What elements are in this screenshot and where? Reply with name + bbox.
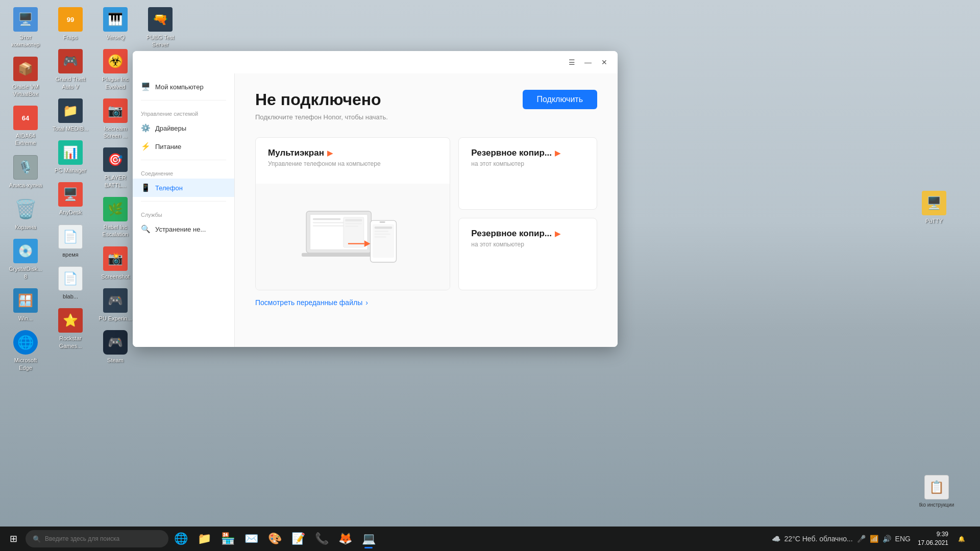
start-button[interactable]: ⊞ bbox=[2, 528, 24, 550]
taskbar-app-store[interactable]: 🏪 bbox=[216, 528, 239, 550]
desktop-icon-steam[interactable]: 🎮 Steam bbox=[95, 328, 136, 366]
backup1-title: Резервное копир... ▶ bbox=[471, 148, 584, 158]
screenshot-icon: 📸 bbox=[103, 246, 128, 271]
gta-icon: 🎮 bbox=[58, 49, 83, 73]
plague-icon: ☣️ bbox=[103, 49, 128, 73]
desktop-icon-tko[interactable]: 📋 tko инструкции bbox=[914, 473, 960, 510]
backup1-card[interactable]: Резервное копир... ▶ на этот компьютер bbox=[458, 137, 597, 210]
sidebar: 🖥️ Мой компьютер Управление системой ⚙️ … bbox=[133, 73, 235, 347]
desktop-icon-pc-manager[interactable]: 📊 PC Manager bbox=[50, 138, 91, 176]
taskbar-yandex-icon: 🦊 bbox=[338, 532, 352, 545]
sidebar-item-power[interactable]: ⚡ Питание bbox=[133, 137, 234, 156]
desktop-icon-blank[interactable]: 📄 blab... bbox=[50, 264, 91, 302]
desktop-icon-anydesk[interactable]: 🖥️ AnyDesk bbox=[50, 180, 91, 218]
mic-icon[interactable]: 🎤 bbox=[857, 535, 866, 543]
drivers-label: Драйверы bbox=[155, 124, 186, 132]
desktop-icon-aida64[interactable]: 64 AIDA64 Extreme bbox=[5, 104, 46, 149]
desktop-icon-total[interactable]: 📁 Total MEDIB... bbox=[50, 96, 91, 134]
desktop-icon-crystaldisk[interactable]: 💿 CrystalDisk... 8 bbox=[5, 237, 46, 282]
desktop-icon-recycle[interactable]: 🗑️ Корзина bbox=[5, 195, 46, 233]
svg-rect-13 bbox=[375, 227, 393, 229]
svg-rect-6 bbox=[346, 219, 362, 221]
weather-icon[interactable]: ☁️ bbox=[772, 535, 780, 543]
sidebar-item-drivers[interactable]: ⚙️ Драйверы bbox=[133, 119, 234, 137]
screenshot-label: Screenshot bbox=[101, 273, 130, 280]
anydesk-icon: 🖥️ bbox=[58, 182, 83, 207]
notification-button[interactable]: 🔔 bbox=[951, 528, 972, 550]
crystaldisk-label: CrystalDisk... 8 bbox=[7, 265, 44, 280]
taskbar-app-word[interactable]: 📝 bbox=[287, 528, 309, 550]
multiscreen-card[interactable]: Мультиэкран ▶ Управление телефоном на ко… bbox=[255, 137, 450, 290]
connect-button[interactable]: Подключить bbox=[523, 90, 597, 109]
tko-label: tko инструкции bbox=[919, 502, 954, 508]
fraps-label: Fraps bbox=[63, 34, 78, 41]
svg-rect-2 bbox=[313, 218, 341, 220]
desktop-icon-putty[interactable]: 🖥️ PuTTY bbox=[914, 189, 954, 227]
desktop-icon-fraps[interactable]: 99 Fraps bbox=[50, 5, 91, 43]
desktop-icon-win[interactable]: 🪟 Win... bbox=[5, 286, 46, 324]
win-icon: 🪟 bbox=[13, 288, 38, 313]
tray-time-text: 9:39 bbox=[937, 530, 948, 539]
desktop-icon-verseq[interactable]: 🎹 VerseQ bbox=[95, 5, 136, 43]
sidebar-item-phone[interactable]: 📱 Телефон bbox=[133, 179, 234, 197]
close-button[interactable]: ✕ bbox=[597, 55, 611, 69]
volume-icon[interactable]: 🔊 bbox=[883, 535, 891, 543]
desktop: 🖥️ Этот компьютер 📦 Oracle VM VirtualBox… bbox=[0, 0, 980, 551]
backup2-arrow: ▶ bbox=[555, 230, 560, 238]
this-pc-icon: 🖥️ bbox=[13, 7, 38, 32]
network-icon[interactable]: 📶 bbox=[870, 535, 878, 543]
desktop-icon-oracle[interactable]: 📦 Oracle VM VirtualBox bbox=[5, 55, 46, 100]
pubg1-label: PLAYER BATTL... bbox=[97, 174, 134, 189]
lang-label[interactable]: ENG bbox=[895, 535, 911, 543]
desktop-icon-edge[interactable]: 🌐 Microsoft Edge bbox=[5, 328, 46, 373]
minimize-button[interactable]: — bbox=[581, 55, 595, 69]
backup2-desc: на этот компьютер bbox=[471, 241, 584, 248]
desktop-icon-pubg1[interactable]: 🎯 PLAYER BATTL... bbox=[95, 145, 136, 191]
my-computer-label: Мой компьютер bbox=[155, 83, 204, 91]
cards-column: Резервное копир... ▶ на этот компьютер Р… bbox=[458, 137, 597, 290]
desktop-icon-gta[interactable]: 🎮 Grand Theft Auto V bbox=[50, 47, 91, 92]
desktop-icon-this-pc[interactable]: 🖥️ Этот компьютер bbox=[5, 5, 46, 51]
backup2-card[interactable]: Резервное копир... ▶ на этот компьютер bbox=[458, 218, 597, 290]
recycle-label: Корзина bbox=[15, 223, 36, 231]
alisa-icon: 🎙️ bbox=[13, 155, 38, 180]
desktop-icon-rebel[interactable]: 🌿 Rebel Inc Escalation bbox=[95, 195, 136, 240]
taskbar-app-photoshop[interactable]: 🎨 bbox=[263, 528, 286, 550]
taskbar-photoshop-icon: 🎨 bbox=[268, 532, 282, 545]
backup1-title-text: Резервное копир... bbox=[471, 148, 552, 158]
taskbar-app-explorer[interactable]: 📁 bbox=[193, 528, 215, 550]
search-input[interactable] bbox=[45, 535, 157, 542]
taskbar-app-mail[interactable]: ✉️ bbox=[240, 528, 262, 550]
taskbar-app-yandex[interactable]: 🦊 bbox=[334, 528, 356, 550]
desktop-icon-vremya[interactable]: 📄 время bbox=[50, 222, 91, 260]
sidebar-item-my-computer[interactable]: 🖥️ Мой компьютер bbox=[133, 78, 234, 96]
desktop-icon-pubgtest[interactable]: 🔫 PUBG Test Server bbox=[140, 5, 181, 51]
window-titlebar: ☰ — ✕ bbox=[133, 51, 618, 73]
desktop-icon-icecream[interactable]: 📷 Icecream Screen ... bbox=[95, 96, 136, 142]
sidebar-item-troubleshoot[interactable]: 🔍 Устранение не... bbox=[133, 220, 234, 238]
taskbar-app-pcmanager[interactable]: 💻 bbox=[357, 528, 380, 550]
edge-icon: 🌐 bbox=[13, 330, 38, 355]
menu-button[interactable]: ☰ bbox=[565, 55, 579, 69]
pc-manager-label: PC Manager bbox=[55, 167, 86, 174]
taskbar-app-edge[interactable]: 🌐 bbox=[169, 528, 192, 550]
taskbar-app-skype[interactable]: 📞 bbox=[310, 528, 333, 550]
desktop-icon-alisa[interactable]: 🎙️ Алиса-хулна bbox=[5, 153, 46, 191]
power-label: Питание bbox=[155, 143, 181, 151]
taskbar-search-box[interactable]: 🔍 bbox=[26, 530, 168, 547]
sidebar-divider-2 bbox=[141, 160, 226, 160]
desktop-icon-rockstar[interactable]: ⭐ Rockstar Games... bbox=[50, 306, 91, 352]
multiscreen-title: Мультиэкран ▶ bbox=[268, 148, 437, 158]
desktop-icon-pubg2[interactable]: 🎮 PU Experin... bbox=[95, 286, 136, 324]
edge-label: Microsoft Edge bbox=[7, 357, 44, 371]
main-content: Не подключено Подключить Подключите теле… bbox=[235, 73, 618, 347]
steam-label: Steam bbox=[107, 357, 124, 364]
desktop-icon-plague[interactable]: ☣️ Plague Inc Evolved bbox=[95, 47, 136, 92]
main-title: Не подключено bbox=[255, 90, 381, 109]
svg-rect-15 bbox=[375, 234, 390, 235]
desktop-icon-screenshot[interactable]: 📸 Screenshot bbox=[95, 244, 136, 282]
tray-time[interactable]: 9:39 17.06.2021 bbox=[918, 530, 948, 547]
view-files-link[interactable]: Посмотреть переданные файлы › bbox=[255, 298, 597, 307]
svg-rect-8 bbox=[346, 226, 358, 227]
troubleshoot-label: Устранение не... bbox=[155, 226, 206, 233]
